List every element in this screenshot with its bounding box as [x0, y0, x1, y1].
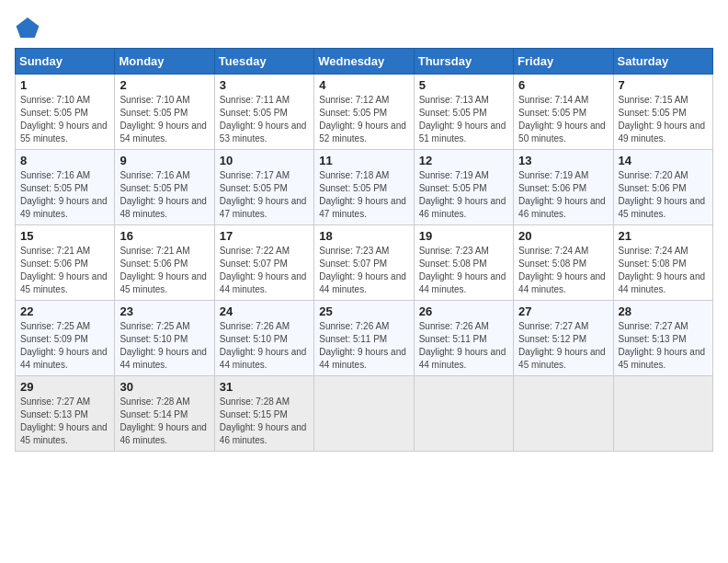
weekday-monday: Monday [115, 49, 214, 75]
calendar-cell: 27 Sunrise: 7:27 AMSunset: 5:12 PMDaylig… [514, 301, 613, 376]
day-detail: Sunrise: 7:27 AMSunset: 5:13 PMDaylight:… [619, 321, 706, 370]
day-number: 21 [619, 229, 708, 243]
day-detail: Sunrise: 7:10 AMSunset: 5:05 PMDaylight:… [20, 95, 108, 144]
day-number: 9 [119, 154, 209, 167]
calendar-cell: 21 Sunrise: 7:24 AMSunset: 5:08 PMDaylig… [613, 225, 712, 301]
calendar-cell: 25 Sunrise: 7:26 AMSunset: 5:11 PMDaylig… [314, 301, 414, 376]
day-detail: Sunrise: 7:18 AMSunset: 5:05 PMDaylight:… [319, 170, 406, 219]
day-number: 23 [119, 304, 209, 318]
weekday-sunday: Sunday [16, 49, 115, 75]
day-detail: Sunrise: 7:25 AMSunset: 5:10 PMDaylight:… [119, 321, 207, 370]
day-detail: Sunrise: 7:17 AMSunset: 5:05 PMDaylight:… [220, 170, 307, 219]
day-number: 15 [20, 229, 109, 243]
day-detail: Sunrise: 7:22 AMSunset: 5:07 PMDaylight:… [220, 246, 307, 294]
calendar-cell: 10 Sunrise: 7:17 AMSunset: 5:05 PMDaylig… [214, 150, 313, 225]
day-number: 24 [220, 304, 309, 318]
calendar-cell: 1 Sunrise: 7:10 AMSunset: 5:05 PMDayligh… [16, 75, 115, 150]
day-number: 22 [20, 304, 109, 318]
weekday-header-row: SundayMondayTuesdayWednesdayThursdayFrid… [16, 49, 713, 75]
calendar-cell: 9 Sunrise: 7:16 AMSunset: 5:05 PMDayligh… [115, 150, 214, 225]
day-detail: Sunrise: 7:26 AMSunset: 5:11 PMDaylight:… [319, 321, 406, 370]
day-number: 10 [220, 154, 309, 167]
calendar-cell: 19 Sunrise: 7:23 AMSunset: 5:08 PMDaylig… [414, 225, 513, 301]
calendar-cell [613, 376, 712, 452]
weekday-thursday: Thursday [414, 49, 513, 75]
day-detail: Sunrise: 7:12 AMSunset: 5:05 PMDaylight:… [319, 95, 406, 144]
calendar-cell: 7 Sunrise: 7:15 AMSunset: 5:05 PMDayligh… [613, 75, 712, 150]
calendar-cell: 29 Sunrise: 7:27 AMSunset: 5:13 PMDaylig… [16, 376, 115, 452]
day-detail: Sunrise: 7:21 AMSunset: 5:06 PMDaylight:… [20, 246, 108, 294]
day-detail: Sunrise: 7:21 AMSunset: 5:06 PMDaylight:… [119, 246, 207, 294]
calendar-cell: 15 Sunrise: 7:21 AMSunset: 5:06 PMDaylig… [16, 225, 115, 301]
day-detail: Sunrise: 7:27 AMSunset: 5:13 PMDaylight:… [20, 396, 108, 445]
day-number: 11 [319, 154, 408, 167]
day-detail: Sunrise: 7:26 AMSunset: 5:11 PMDaylight:… [419, 321, 506, 370]
calendar-cell: 14 Sunrise: 7:20 AMSunset: 5:06 PMDaylig… [613, 150, 712, 225]
calendar-cell: 6 Sunrise: 7:14 AMSunset: 5:05 PMDayligh… [514, 75, 613, 150]
calendar-cell: 18 Sunrise: 7:23 AMSunset: 5:07 PMDaylig… [314, 225, 414, 301]
day-number: 1 [20, 78, 109, 92]
day-number: 20 [518, 229, 608, 243]
day-number: 27 [518, 304, 608, 318]
weekday-saturday: Saturday [613, 49, 712, 75]
day-detail: Sunrise: 7:16 AMSunset: 5:05 PMDaylight:… [20, 170, 108, 219]
calendar-cell: 11 Sunrise: 7:18 AMSunset: 5:05 PMDaylig… [314, 150, 414, 225]
day-detail: Sunrise: 7:28 AMSunset: 5:15 PMDaylight:… [220, 396, 307, 445]
day-detail: Sunrise: 7:19 AMSunset: 5:05 PMDaylight:… [419, 170, 506, 219]
day-detail: Sunrise: 7:23 AMSunset: 5:08 PMDaylight:… [419, 246, 506, 294]
day-number: 5 [419, 78, 508, 92]
day-detail: Sunrise: 7:24 AMSunset: 5:08 PMDaylight:… [619, 246, 706, 294]
day-number: 17 [220, 229, 309, 243]
calendar-cell: 3 Sunrise: 7:11 AMSunset: 5:05 PMDayligh… [214, 75, 313, 150]
calendar-cell: 22 Sunrise: 7:25 AMSunset: 5:09 PMDaylig… [16, 301, 115, 376]
day-number: 29 [20, 380, 109, 394]
day-number: 7 [619, 78, 708, 92]
day-detail: Sunrise: 7:24 AMSunset: 5:08 PMDaylight:… [518, 246, 606, 294]
day-detail: Sunrise: 7:13 AMSunset: 5:05 PMDaylight:… [419, 95, 506, 144]
day-detail: Sunrise: 7:15 AMSunset: 5:05 PMDaylight:… [619, 95, 706, 144]
day-number: 4 [319, 78, 408, 92]
day-detail: Sunrise: 7:28 AMSunset: 5:14 PMDaylight:… [119, 396, 207, 445]
day-detail: Sunrise: 7:11 AMSunset: 5:05 PMDaylight:… [220, 95, 307, 144]
day-detail: Sunrise: 7:26 AMSunset: 5:10 PMDaylight:… [220, 321, 307, 370]
calendar-cell: 17 Sunrise: 7:22 AMSunset: 5:07 PMDaylig… [214, 225, 313, 301]
calendar-cell: 20 Sunrise: 7:24 AMSunset: 5:08 PMDaylig… [514, 225, 613, 301]
calendar-week-2: 8 Sunrise: 7:16 AMSunset: 5:05 PMDayligh… [16, 150, 713, 225]
calendar-cell: 16 Sunrise: 7:21 AMSunset: 5:06 PMDaylig… [115, 225, 214, 301]
calendar-cell: 26 Sunrise: 7:26 AMSunset: 5:11 PMDaylig… [414, 301, 513, 376]
calendar-cell: 4 Sunrise: 7:12 AMSunset: 5:05 PMDayligh… [314, 75, 414, 150]
page-header [15, 15, 713, 40]
logo [15, 15, 44, 40]
day-number: 8 [20, 154, 109, 167]
day-detail: Sunrise: 7:16 AMSunset: 5:05 PMDaylight:… [119, 170, 207, 219]
weekday-friday: Friday [514, 49, 613, 75]
calendar-cell: 5 Sunrise: 7:13 AMSunset: 5:05 PMDayligh… [414, 75, 513, 150]
calendar-cell: 31 Sunrise: 7:28 AMSunset: 5:15 PMDaylig… [214, 376, 313, 452]
day-number: 19 [419, 229, 508, 243]
calendar-cell: 23 Sunrise: 7:25 AMSunset: 5:10 PMDaylig… [115, 301, 214, 376]
day-detail: Sunrise: 7:19 AMSunset: 5:06 PMDaylight:… [518, 170, 606, 219]
calendar-cell [414, 376, 513, 452]
calendar-cell [314, 376, 414, 452]
day-detail: Sunrise: 7:20 AMSunset: 5:06 PMDaylight:… [619, 170, 706, 219]
day-number: 13 [518, 154, 608, 167]
calendar-week-1: 1 Sunrise: 7:10 AMSunset: 5:05 PMDayligh… [16, 75, 713, 150]
day-number: 12 [419, 154, 508, 167]
day-detail: Sunrise: 7:25 AMSunset: 5:09 PMDaylight:… [20, 321, 108, 370]
calendar-cell: 30 Sunrise: 7:28 AMSunset: 5:14 PMDaylig… [115, 376, 214, 452]
calendar-cell: 28 Sunrise: 7:27 AMSunset: 5:13 PMDaylig… [613, 301, 712, 376]
calendar-cell [514, 376, 613, 452]
day-number: 18 [319, 229, 408, 243]
calendar-week-5: 29 Sunrise: 7:27 AMSunset: 5:13 PMDaylig… [16, 376, 713, 452]
day-detail: Sunrise: 7:14 AMSunset: 5:05 PMDaylight:… [518, 95, 606, 144]
day-number: 28 [619, 304, 708, 318]
day-number: 26 [419, 304, 508, 318]
day-detail: Sunrise: 7:27 AMSunset: 5:12 PMDaylight:… [518, 321, 606, 370]
calendar-cell: 24 Sunrise: 7:26 AMSunset: 5:10 PMDaylig… [214, 301, 313, 376]
day-number: 2 [119, 78, 209, 92]
svg-marker-0 [17, 17, 40, 38]
calendar-week-4: 22 Sunrise: 7:25 AMSunset: 5:09 PMDaylig… [16, 301, 713, 376]
day-number: 31 [220, 380, 309, 394]
day-detail: Sunrise: 7:23 AMSunset: 5:07 PMDaylight:… [319, 246, 406, 294]
calendar-week-3: 15 Sunrise: 7:21 AMSunset: 5:06 PMDaylig… [16, 225, 713, 301]
